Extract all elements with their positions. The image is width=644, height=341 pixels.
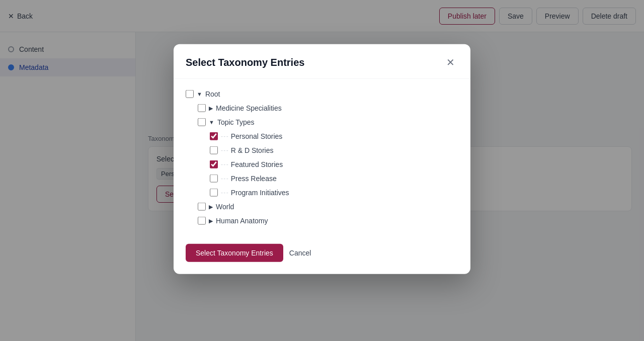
- select-taxonomy-button-modal[interactable]: Select Taxonomy Entries: [186, 244, 283, 262]
- toggle-root[interactable]: ▼: [197, 91, 202, 97]
- tree-item-human-anatomy: ▶ Human Anatomy: [186, 214, 458, 228]
- checkbox-program-initiatives[interactable]: [210, 189, 218, 197]
- tree-item-medicine: ▶ Medicine Specialities: [186, 101, 458, 115]
- checkbox-medicine[interactable]: [198, 104, 206, 112]
- cancel-button-modal[interactable]: Cancel: [289, 249, 311, 257]
- label-world: World: [216, 203, 234, 211]
- checkbox-press-release[interactable]: [210, 175, 218, 183]
- modal-close-button[interactable]: ✕: [442, 54, 458, 70]
- tree-item-featured-stories: - - - Featured Stories: [186, 157, 458, 172]
- checkbox-world[interactable]: [198, 203, 206, 211]
- checkbox-root[interactable]: [186, 90, 194, 98]
- tree-item-world: ▶ World: [186, 200, 458, 214]
- tree-item-rd-stories: - - - R & D Stories: [186, 143, 458, 157]
- label-root: Root: [205, 90, 220, 98]
- label-personal-stories: Personal Stories: [231, 132, 283, 140]
- toggle-topic-types[interactable]: ▼: [209, 119, 214, 125]
- label-press-release: Press Release: [231, 175, 277, 183]
- modal-body: ▼ Root ▶ Medicine Specialities ▼ Topic T…: [174, 79, 470, 236]
- checkbox-personal-stories[interactable]: [210, 132, 218, 140]
- connector-featured-stories: - - -: [221, 161, 228, 168]
- modal-title: Select Taxonomy Entries: [186, 56, 304, 68]
- tree-item-program-initiatives: - - - Program Initiatives: [186, 186, 458, 200]
- toggle-world[interactable]: ▶: [209, 203, 213, 210]
- label-medicine: Medicine Specialities: [216, 104, 282, 112]
- connector-press-release: - - -: [221, 175, 228, 182]
- checkbox-featured-stories[interactable]: [210, 160, 218, 168]
- toggle-medicine[interactable]: ▶: [209, 105, 213, 111]
- checkbox-human-anatomy[interactable]: [198, 217, 206, 225]
- tree-item-personal-stories: - - - Personal Stories: [186, 129, 458, 143]
- connector-personal-stories: - - -: [221, 133, 228, 140]
- checkbox-topic-types[interactable]: [198, 118, 206, 126]
- tree-item-press-release: - - - Press Release: [186, 172, 458, 186]
- close-icon: ✕: [446, 56, 455, 68]
- label-rd-stories: R & D Stories: [231, 146, 274, 154]
- label-featured-stories: Featured Stories: [231, 160, 283, 168]
- tree-item-root: ▼ Root: [186, 87, 458, 101]
- connector-program-initiatives: - - -: [221, 189, 228, 196]
- label-topic-types: Topic Types: [217, 118, 255, 126]
- tree-item-topic-types: ▼ Topic Types: [186, 115, 458, 129]
- modal-header: Select Taxonomy Entries ✕: [174, 44, 470, 79]
- modal-footer: Select Taxonomy Entries Cancel: [174, 236, 470, 274]
- connector-rd-stories: - - -: [221, 147, 228, 154]
- label-program-initiatives: Program Initiatives: [231, 189, 289, 197]
- toggle-human-anatomy[interactable]: ▶: [209, 217, 213, 224]
- label-human-anatomy: Human Anatomy: [216, 217, 268, 225]
- checkbox-rd-stories[interactable]: [210, 146, 218, 154]
- taxonomy-modal: Select Taxonomy Entries ✕ ▼ Root ▶ Medic…: [174, 44, 470, 274]
